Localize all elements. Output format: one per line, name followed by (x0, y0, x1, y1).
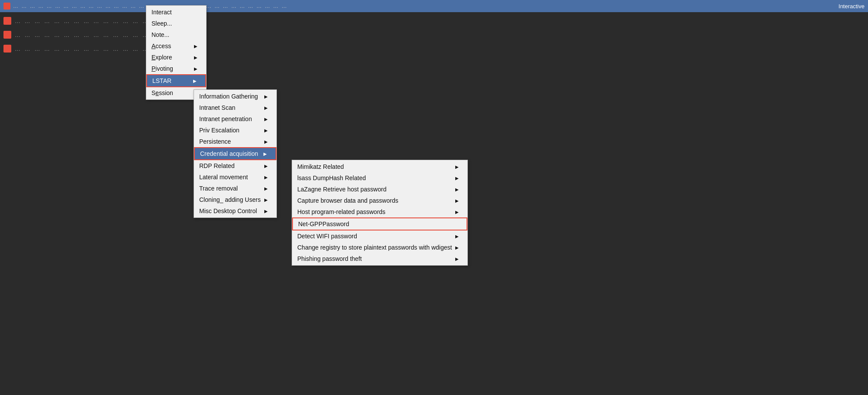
menu-item-misc-desktop[interactable]: Misc Desktop Control ▶ (194, 205, 276, 217)
menu-item-trace-removal-label: Trace removal (199, 185, 238, 192)
row-icon (3, 45, 11, 53)
menu-item-mimikatz[interactable]: Mimikatz Related ▶ (292, 161, 467, 172)
menu-item-priv-esc-label: Priv Escalation (199, 127, 240, 134)
menu-item-access[interactable]: Access ▶ (146, 40, 206, 52)
row-icon (3, 31, 11, 39)
menu-item-mimikatz-label: Mimikatz Related (297, 163, 344, 170)
menu-item-detect-wifi[interactable]: Detect WIFI password ▶ (292, 230, 467, 242)
menu-item-intranet-scan-label: Intranet Scan (199, 104, 235, 111)
menu-item-cloning-users-arrow: ▶ (264, 198, 268, 202)
menu-item-lsass-dump[interactable]: lsass DumpHash Related ▶ (292, 172, 467, 184)
row-dots: … … … … … … … … … … … … … … … (15, 46, 159, 52)
menu-item-lateral-mov-label: Lateral movement (199, 174, 248, 181)
menu-item-lsass-dump-label: lsass DumpHash Related (297, 174, 366, 181)
menu-item-intranet-pen-arrow: ▶ (264, 117, 268, 122)
menu-item-sleep[interactable]: Sleep... (146, 18, 206, 29)
menu-item-cloning-users-label: Cloning_ adding Users (199, 196, 261, 203)
menu-item-intranet-scan-arrow: ▶ (264, 105, 268, 110)
menu-item-lsass-dump-arrow: ▶ (455, 176, 459, 181)
row-icon (3, 17, 11, 25)
menu-item-intranet-pen-label: Intranet penetration (199, 115, 252, 122)
menu-item-interact-label: Interact (151, 9, 172, 16)
menu-item-rdp[interactable]: RDP Related ▶ (194, 160, 276, 171)
menu-item-lazagne[interactable]: LaZagne Retrieve host password ▶ (292, 184, 467, 195)
menu-item-change-registry-label: Change registry to store plaintext passw… (297, 244, 452, 251)
menu-item-pivoting-label: Pivoting (151, 65, 173, 72)
menu-item-lateral-mov-arrow: ▶ (264, 175, 268, 180)
menu-item-explore[interactable]: Explore ▶ (146, 52, 206, 63)
context-menu-level1: Interact Sleep... Note... Access ▶ Explo… (146, 5, 207, 100)
menu-item-lateral-mov[interactable]: Lateral movement ▶ (194, 171, 276, 183)
menu-item-sleep-label: Sleep... (151, 20, 172, 27)
menu-item-phishing-pwd-label: Phishing password theft (297, 255, 362, 262)
title-bar: … … … … … … … … … … … … … … … … … … … … … (0, 0, 868, 12)
menu-item-explore-label: Explore (151, 54, 172, 61)
row-dots: … … … … … … … … … … … … … … … (15, 32, 159, 38)
menu-item-note[interactable]: Note... (146, 29, 206, 40)
row-dots: … … … … … … … … … … … … … … … (15, 18, 159, 24)
menu-item-change-registry-arrow: ▶ (455, 245, 459, 250)
menu-item-info-gathering-arrow: ▶ (264, 94, 268, 99)
menu-item-net-gpp-label: Net-GPPPassword (298, 221, 349, 227)
menu-item-capture-browser-label: Capture browser data and passwords (297, 197, 398, 204)
menu-item-capture-browser-arrow: ▶ (455, 198, 459, 203)
menu-item-access-arrow: ▶ (194, 44, 197, 49)
menu-item-rdp-label: RDP Related (199, 162, 234, 169)
menu-item-phishing-pwd-arrow: ▶ (455, 257, 459, 261)
menu-item-misc-desktop-label: Misc Desktop Control (199, 207, 257, 214)
menu-item-lazagne-arrow: ▶ (455, 187, 459, 192)
menu-item-pivoting[interactable]: Pivoting ▶ (146, 63, 206, 74)
menu-item-persistence[interactable]: Persistence ▶ (194, 136, 276, 147)
menu-item-lstar-arrow: ▶ (193, 79, 197, 83)
menu-item-detect-wifi-arrow: ▶ (455, 234, 459, 239)
title-bar-title: Interactive (838, 3, 865, 10)
context-menu-level3: Mimikatz Related ▶ lsass DumpHash Relate… (292, 160, 468, 266)
menu-item-change-registry[interactable]: Change registry to store plaintext passw… (292, 242, 467, 253)
menu-item-priv-esc-arrow: ▶ (264, 128, 268, 133)
menu-item-mimikatz-arrow: ▶ (455, 165, 459, 169)
menu-item-detect-wifi-label: Detect WIFI password (297, 233, 357, 240)
menu-item-host-program-pwd[interactable]: Host program-related passwords ▶ (292, 206, 467, 217)
menu-item-cred-acq-label: Credential acquisition (200, 150, 258, 157)
menu-item-priv-esc[interactable]: Priv Escalation ▶ (194, 125, 276, 136)
menu-item-intranet-scan[interactable]: Intranet Scan ▶ (194, 102, 276, 113)
title-bar-dots: … … … … … … … … … … … … … … … … … … … … … (13, 3, 836, 9)
menu-item-explore-arrow: ▶ (194, 55, 197, 60)
table-row: … … … … … … … … … … … … … … … Inte... (3, 42, 865, 56)
menu-item-host-program-pwd-label: Host program-related passwords (297, 208, 385, 215)
menu-item-interact[interactable]: Interact (146, 7, 206, 18)
table-row: … … … … … … … … … … … … … … … Inte... (3, 28, 865, 42)
menu-item-note-label: Note... (151, 31, 169, 38)
app-icon (3, 3, 10, 10)
menu-item-session-label: Session (151, 89, 173, 96)
menu-item-cred-acq[interactable]: Credential acquisition ▶ (194, 147, 276, 160)
menu-item-lazagne-label: LaZagne Retrieve host password (297, 186, 386, 193)
table-area: … … … … … … … … … … … … … … … Inte... … … (0, 12, 868, 57)
menu-item-rdp-arrow: ▶ (264, 164, 268, 168)
menu-item-info-gathering-label: Information Gathering (199, 93, 258, 100)
menu-item-trace-removal-arrow: ▶ (264, 186, 268, 191)
menu-item-persistence-arrow: ▶ (264, 139, 268, 144)
table-row: … … … … … … … … … … … … … … … Inte... (3, 14, 865, 28)
menu-item-access-label: Access (151, 43, 171, 49)
menu-item-capture-browser[interactable]: Capture browser data and passwords ▶ (292, 195, 467, 206)
context-menu-level2: Information Gathering ▶ Intranet Scan ▶ … (194, 89, 277, 218)
menu-item-cred-acq-arrow: ▶ (263, 151, 267, 156)
menu-item-net-gpp[interactable]: Net-GPPPassword (292, 217, 467, 230)
menu-item-misc-desktop-arrow: ▶ (264, 209, 268, 214)
menu-item-info-gathering[interactable]: Information Gathering ▶ (194, 91, 276, 102)
menu-item-persistence-label: Persistence (199, 138, 231, 145)
menu-item-cloning-users[interactable]: Cloning_ adding Users ▶ (194, 194, 276, 205)
menu-item-host-program-pwd-arrow: ▶ (455, 210, 459, 214)
menu-item-intranet-pen[interactable]: Intranet penetration ▶ (194, 113, 276, 125)
menu-item-lstar-label: LSTAR (152, 77, 171, 84)
menu-item-lstar[interactable]: LSTAR ▶ (146, 74, 206, 87)
menu-item-pivoting-arrow: ▶ (194, 66, 197, 71)
menu-item-trace-removal[interactable]: Trace removal ▶ (194, 183, 276, 194)
menu-item-phishing-pwd[interactable]: Phishing password theft ▶ (292, 253, 467, 264)
